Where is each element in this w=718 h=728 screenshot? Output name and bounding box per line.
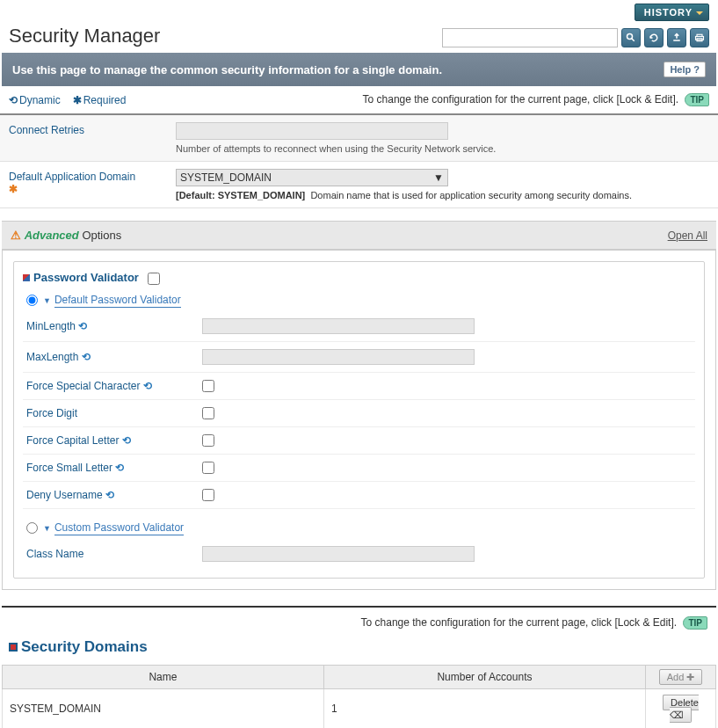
banner-text: Use this page to manage the common secur… xyxy=(12,63,442,76)
custom-validator-label[interactable]: Custom Password Validator xyxy=(54,521,184,535)
default-validator-radio[interactable] xyxy=(26,295,38,306)
security-domains-table: Name Number of Accounts Add ✚ SYSTEM_DOM… xyxy=(2,665,716,728)
force-small-label: Force Small Letter ⟲ xyxy=(26,462,202,474)
security-domains-title: Security Domains xyxy=(0,633,718,665)
dynamic-icon: ⟲ xyxy=(143,380,152,392)
page-title: Security Manager xyxy=(9,25,160,47)
default-domain-select[interactable]: SYSTEM_DOMAIN▼ xyxy=(176,169,448,186)
class-name-label: Class Name xyxy=(26,548,202,560)
required-icon: ✱ xyxy=(9,183,18,195)
minlength-input[interactable] xyxy=(202,318,475,334)
force-digit-label: Force Digit xyxy=(26,407,202,419)
print-icon[interactable] xyxy=(690,28,709,47)
refresh-icon[interactable] xyxy=(644,28,664,47)
connect-retries-desc: Number of attempts to reconnect when usi… xyxy=(176,143,709,154)
row-name: SYSTEM_DOMAIN xyxy=(3,688,324,728)
maxlength-input[interactable] xyxy=(202,349,475,365)
connect-retries-input[interactable] xyxy=(176,122,448,140)
dynamic-icon: ⟲ xyxy=(105,489,114,501)
svg-line-1 xyxy=(632,39,635,41)
force-digit-checkbox[interactable] xyxy=(202,407,214,419)
password-validator-title: Password Validator xyxy=(23,271,695,285)
col-name: Name xyxy=(3,665,324,688)
open-all-link[interactable]: Open All xyxy=(668,229,707,242)
dynamic-icon: ⟲ xyxy=(9,94,18,106)
class-name-input[interactable] xyxy=(202,546,475,562)
delete-button[interactable]: Delete ⌫ xyxy=(663,695,699,723)
legend-dynamic: ⟲Dynamic xyxy=(9,94,61,106)
force-small-checkbox[interactable] xyxy=(202,462,214,474)
search-input[interactable] xyxy=(442,28,618,47)
force-special-label: Force Special Character ⟲ xyxy=(26,380,202,392)
advanced-options-header: ⚠ Advanced Options xyxy=(11,229,121,242)
required-icon: ✱ xyxy=(73,94,82,106)
custom-validator-radio[interactable] xyxy=(26,522,38,534)
deny-username-checkbox[interactable] xyxy=(202,489,214,501)
help-button[interactable]: Help ? xyxy=(664,62,706,77)
dynamic-icon: ⟲ xyxy=(122,434,131,447)
history-button[interactable]: HISTORY xyxy=(635,4,709,21)
tip-badge: TIP xyxy=(683,616,707,630)
default-validator-label[interactable]: Default Password Validator xyxy=(54,294,181,308)
search-icon[interactable] xyxy=(621,28,641,47)
export-icon[interactable] xyxy=(667,28,686,47)
dynamic-icon: ⟲ xyxy=(115,462,124,474)
chevron-down-icon: ▼ xyxy=(43,524,51,533)
maxlength-label: MaxLength ⟲ xyxy=(26,351,202,363)
add-button[interactable]: Add ✚ xyxy=(659,669,703,685)
deny-username-label: Deny Username ⟲ xyxy=(26,489,202,501)
default-domain-desc: [Default: SYSTEM_DOMAIN] Domain name tha… xyxy=(176,190,709,200)
dynamic-icon: ⟲ xyxy=(82,351,91,363)
default-domain-label: Default Application Domain✱ xyxy=(9,169,176,200)
force-capital-checkbox[interactable] xyxy=(202,434,214,447)
minlength-label: MinLength ⟲ xyxy=(26,320,202,332)
table-row: SYSTEM_DOMAIN 1 Delete ⌫ xyxy=(3,688,716,728)
force-capital-label: Force Capital Letter ⟲ xyxy=(26,434,202,447)
force-special-checkbox[interactable] xyxy=(202,380,214,392)
section-icon xyxy=(9,643,18,652)
tip-line-bottom: To change the configuration for the curr… xyxy=(2,606,716,633)
section-icon xyxy=(23,274,30,281)
password-validator-toggle[interactable] xyxy=(148,273,160,285)
col-accounts: Number of Accounts xyxy=(323,665,645,688)
legend-required: ✱Required xyxy=(73,94,127,106)
dynamic-icon: ⟲ xyxy=(78,320,87,332)
row-accounts: 1 xyxy=(323,688,645,728)
tip-line: To change the configuration for the curr… xyxy=(363,93,709,106)
tip-badge: TIP xyxy=(685,93,709,106)
svg-point-0 xyxy=(627,34,633,40)
chevron-down-icon: ▼ xyxy=(43,296,51,305)
connect-retries-label: Connect Retries xyxy=(9,122,176,154)
